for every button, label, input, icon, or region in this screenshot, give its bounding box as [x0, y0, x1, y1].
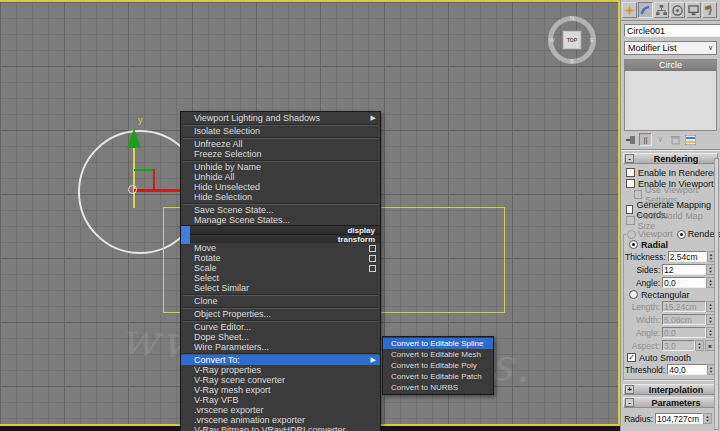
threshold-field[interactable]: 40,0 [667, 364, 707, 375]
menu-item-clone[interactable]: Clone [181, 296, 380, 306]
remove-modifier-button[interactable] [669, 133, 682, 146]
menu-item-unhide-by-name[interactable]: Unhide by Name [181, 162, 380, 172]
menu-item-vray-mesh-export[interactable]: V-Ray mesh export [181, 385, 380, 395]
viewcube-north-label: N [570, 15, 574, 21]
expand-icon: + [625, 385, 634, 394]
tab-hierarchy[interactable] [654, 2, 669, 18]
submenu-item-editable-spline[interactable]: Convert to Editable Spline [383, 338, 493, 349]
auto-smooth-checkbox[interactable]: ✓ [627, 353, 636, 362]
pin-icon [626, 135, 636, 145]
modifier-list-dropdown[interactable]: Modifier List ∨ [624, 41, 717, 55]
viewport-renderer-radio-group: Viewport Renderer [626, 229, 720, 239]
submenu-arrow-icon: ▶ [371, 113, 376, 123]
renderer-radio[interactable] [677, 230, 686, 239]
stack-item-circle[interactable]: Circle [625, 60, 716, 71]
auto-smooth-row: ✓ Auto Smooth [625, 352, 716, 363]
menu-item-move[interactable]: Move [181, 243, 380, 253]
viewcube-west-label: W [549, 37, 555, 43]
show-end-result-button[interactable]: || [639, 133, 652, 146]
menu-item-curve-editor[interactable]: Curve Editor... [181, 322, 380, 332]
angle-field[interactable]: 0,0 [662, 277, 706, 288]
menu-item-viewport-lighting[interactable]: Viewport Lighting and Shadows ▶ [181, 113, 380, 123]
x-axis-line[interactable] [134, 189, 180, 192]
pin-stack-button[interactable] [624, 133, 637, 146]
quad-header-transform[interactable]: transform [181, 234, 380, 243]
viewcube-top-face[interactable]: TOP [562, 30, 582, 50]
viewcube-south-label: S [570, 58, 574, 64]
collapse-icon: - [625, 398, 634, 407]
settings-box-icon[interactable] [369, 245, 376, 252]
xy-plane-handle-red[interactable] [153, 169, 155, 191]
length-field: 15,24cm [662, 301, 706, 312]
y-axis-arrow-icon[interactable] [127, 128, 141, 148]
angle2-field: 0,0 [662, 327, 706, 338]
chevron-down-icon: ∨ [708, 44, 713, 52]
menu-item-unfreeze-all[interactable]: Unfreeze All [181, 139, 380, 149]
menu-item-vrscene-animation-exporter[interactable]: .vrscene animation exporter [181, 415, 380, 425]
settings-box-icon[interactable] [369, 255, 376, 262]
menu-item-unhide-all[interactable]: Unhide All [181, 172, 380, 182]
tab-motion[interactable] [670, 2, 685, 18]
thickness-field[interactable]: 2,54cm [668, 251, 707, 262]
viewcube[interactable]: N E S W TOP [548, 16, 596, 64]
xy-plane-handle-green[interactable] [134, 169, 154, 171]
menu-item-wire-parameters[interactable]: Wire Parameters... [181, 342, 380, 352]
menu-item-select-similar[interactable]: Select Similar [181, 283, 380, 293]
tab-modify[interactable] [638, 2, 653, 18]
menu-item-scale[interactable]: Scale [181, 263, 380, 273]
menu-item-vray-properties[interactable]: V-Ray properties [181, 365, 380, 375]
menu-item-rotate[interactable]: Rotate [181, 253, 380, 263]
menu-item-manage-scene-states[interactable]: Manage Scene States... [181, 215, 380, 225]
angle2-row: Angle: 0,0 ▲▼ [625, 326, 716, 339]
menu-item-select[interactable]: Select [181, 273, 380, 283]
rendering-rollout-header[interactable]: - Rendering [623, 153, 718, 164]
menu-item-hide-selection[interactable]: Hide Selection [181, 192, 380, 202]
menu-item-object-properties[interactable]: Object Properties... [181, 309, 380, 319]
sides-field[interactable]: 12 [662, 264, 706, 275]
make-unique-button[interactable]: ∨ [654, 133, 667, 146]
interpolation-rollout-header[interactable]: + Interpolation [623, 384, 718, 395]
menu-item-isolate-selection[interactable]: Isolate Selection [181, 126, 380, 136]
configure-modifier-sets-button[interactable] [684, 133, 697, 146]
menu-item-vray-bitmap-converter[interactable]: V-Ray Bitmap to VRayHDRI converter [181, 425, 380, 431]
enable-in-renderer-row: Enable In Renderer [621, 167, 720, 178]
parameters-rollout-header[interactable]: - Parameters [623, 397, 718, 408]
menu-item-freeze-selection[interactable]: Freeze Selection [181, 149, 380, 159]
quad-header-display[interactable]: display [181, 225, 380, 234]
menu-item-dope-sheet[interactable]: Dope Sheet... [181, 332, 380, 342]
tab-create[interactable] [622, 2, 637, 18]
command-panel: Modifier List ∨ Circle || ∨ - Rendering [620, 0, 720, 431]
object-name-field[interactable] [624, 24, 720, 37]
enable-in-viewport-checkbox[interactable] [626, 179, 635, 188]
menu-item-save-scene-state[interactable]: Save Scene State... [181, 205, 380, 215]
tab-utilities[interactable] [702, 2, 717, 18]
length-row: Length: 15,24cm ▲▼ [625, 300, 716, 313]
3dsmax-window: www.dijitaldevs. y N E S W TOP Viewport … [0, 0, 720, 431]
trash-icon [671, 135, 680, 145]
radius-spinner[interactable]: ▲▼ [703, 413, 712, 424]
submenu-item-nurbs[interactable]: Convert to NURBS [383, 382, 493, 393]
generate-mapping-checkbox[interactable] [626, 205, 633, 214]
enable-in-renderer-checkbox[interactable] [626, 168, 635, 177]
rendering-rollout-body: Enable In Renderer Enable In Viewport Us… [621, 164, 720, 380]
submenu-item-editable-poly[interactable]: Convert to Editable Poly [383, 360, 493, 371]
menu-item-vrscene-exporter[interactable]: .vrscene exporter [181, 405, 380, 415]
menu-item-vray-vfb[interactable]: V-Ray VFB [181, 395, 380, 405]
menu-item-vray-scene-converter[interactable]: V-Ray scene converter [181, 375, 380, 385]
settings-box-icon[interactable] [369, 265, 376, 272]
submenu-item-editable-patch[interactable]: Convert to Editable Patch [383, 371, 493, 382]
radius-field[interactable]: 104,727cm [655, 413, 703, 424]
submenu-arrow-icon: ▶ [371, 355, 376, 365]
context-menu: Viewport Lighting and Shadows ▶ Isolate … [180, 111, 381, 431]
rectangular-radio[interactable] [629, 290, 638, 299]
viewport-radio[interactable] [627, 230, 636, 239]
radial-radio[interactable] [629, 240, 638, 249]
tab-display[interactable] [686, 2, 701, 18]
panel-scrollbar[interactable] [714, 158, 719, 430]
pivot-circle [128, 185, 137, 194]
rectangular-radio-row: Rectangular [625, 289, 716, 300]
submenu-item-editable-mesh[interactable]: Convert to Editable Mesh [383, 349, 493, 360]
y-axis-line[interactable] [133, 144, 135, 208]
menu-item-hide-unselected[interactable]: Hide Unselected [181, 182, 380, 192]
menu-item-convert-to[interactable]: Convert To: ▶ [181, 355, 380, 365]
